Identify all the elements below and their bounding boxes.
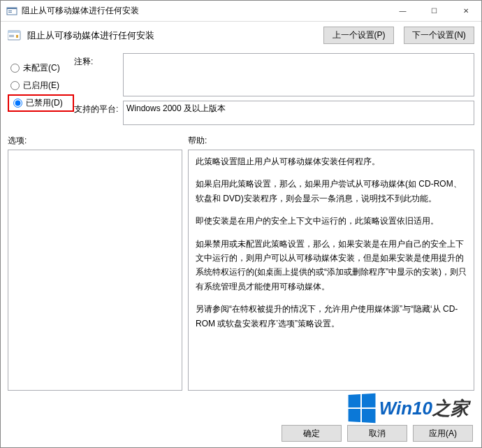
help-paragraph: 如果禁用或未配置此策略设置，那么，如果安装是在用户自己的安全上下文中运行的，则用… <box>196 237 467 294</box>
watermark: Win10之家 <box>347 394 469 422</box>
radio-enabled-label: 已启用(E) <box>23 80 59 92</box>
radio-disabled-label: 已禁用(D) <box>26 97 63 109</box>
panels: 此策略设置阻止用户从可移动媒体安装任何程序。 如果启用此策略设置，那么，如果用户… <box>1 150 481 391</box>
platform-textarea <box>123 101 474 125</box>
options-label: 选项: <box>8 135 188 147</box>
next-setting-button[interactable]: 下一个设置(N) <box>404 27 474 44</box>
radio-disabled[interactable]: 已禁用(D) <box>10 97 63 109</box>
cancel-button[interactable]: 取消 <box>347 425 407 442</box>
minimize-button[interactable]: — <box>387 1 418 21</box>
ok-button[interactable]: 确定 <box>282 425 342 442</box>
policy-icon <box>8 29 22 42</box>
state-radio-group: 未配置(C) 已启用(E) 已禁用(D) <box>8 49 74 125</box>
apply-button[interactable]: 应用(A) <box>413 425 473 442</box>
svg-rect-7 <box>9 36 14 37</box>
svg-rect-8 <box>16 35 18 38</box>
comment-field-row: 注释: <box>74 53 474 96</box>
section-labels: 选项: 帮助: <box>1 131 481 150</box>
svg-rect-5 <box>8 31 20 33</box>
radio-disabled-input[interactable] <box>13 99 22 108</box>
windows-logo-icon <box>348 393 375 423</box>
policy-title: 阻止从可移动媒体进行任何安装 <box>27 29 314 42</box>
radio-disabled-highlight: 已禁用(D) <box>8 94 74 112</box>
help-paragraph: 即使安装是在用户的安全上下文中运行的，此策略设置依旧适用。 <box>196 214 467 228</box>
help-paragraph: 另请参阅“在特权被提升的情况下，允许用户使用媒体源”与“隐藏‘从 CD-ROM … <box>196 302 467 331</box>
svg-rect-3 <box>8 12 12 13</box>
footer-buttons: 确定 取消 应用(A) <box>282 425 473 442</box>
help-paragraph: 此策略设置阻止用户从可移动媒体安装任何程序。 <box>196 154 467 168</box>
radio-enabled[interactable]: 已启用(E) <box>8 77 74 94</box>
platform-label: 支持的平台: <box>74 101 123 115</box>
radio-enabled-input[interactable] <box>10 81 20 90</box>
help-panel[interactable]: 此策略设置阻止用户从可移动媒体安装任何程序。 如果启用此策略设置，那么，如果用户… <box>188 150 474 391</box>
svg-rect-1 <box>7 8 17 9</box>
platform-field-row: 支持的平台: <box>74 101 474 125</box>
watermark-text: Win10之家 <box>379 396 469 421</box>
comment-textarea[interactable] <box>123 53 474 96</box>
comment-label: 注释: <box>74 53 123 68</box>
svg-rect-6 <box>9 35 14 36</box>
svg-rect-2 <box>8 10 12 11</box>
config-area: 未配置(C) 已启用(E) 已禁用(D) 注释: 支持的平台: <box>1 49 481 131</box>
window-icon <box>6 6 17 17</box>
close-button[interactable]: ✕ <box>450 1 481 21</box>
fields-column: 注释: 支持的平台: <box>74 49 474 125</box>
window-controls: — ☐ ✕ <box>387 1 481 21</box>
help-paragraph: 如果启用此策略设置，那么，如果用户尝试从可移动媒体(如 CD-ROM、软盘和 D… <box>196 177 467 205</box>
previous-setting-button[interactable]: 上一个设置(P) <box>323 27 394 44</box>
radio-not-configured-label: 未配置(C) <box>23 62 60 74</box>
header-row: 阻止从可移动媒体进行任何安装 上一个设置(P) 下一个设置(N) <box>1 22 481 49</box>
help-label: 帮助: <box>188 135 474 147</box>
title-bar: 阻止从可移动媒体进行任何安装 — ☐ ✕ <box>1 1 481 22</box>
radio-not-configured[interactable]: 未配置(C) <box>8 59 74 77</box>
window-title: 阻止从可移动媒体进行任何安装 <box>22 5 387 17</box>
radio-not-configured-input[interactable] <box>10 64 20 73</box>
maximize-button[interactable]: ☐ <box>418 1 450 21</box>
options-panel <box>8 150 182 391</box>
